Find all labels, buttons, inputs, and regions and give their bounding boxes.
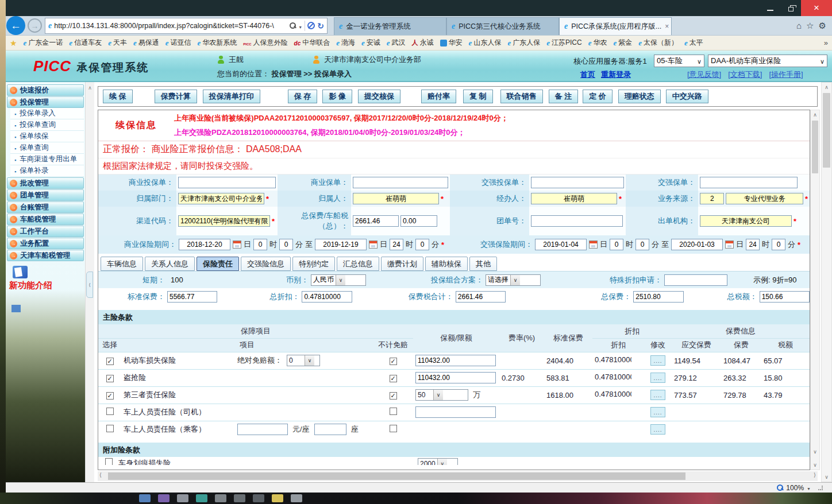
commercial-policy-input[interactable] — [353, 177, 448, 188]
start-hour-input[interactable] — [253, 239, 267, 250]
commercial-end-date-input[interactable] — [315, 239, 367, 250]
taskbar-icon[interactable] — [291, 494, 302, 502]
bookmark[interactable]: 太保（新） — [638, 38, 678, 48]
zoom-dropdown-icon[interactable] — [807, 484, 811, 492]
select-checkbox[interactable] — [105, 458, 113, 465]
feedback-link[interactable]: [意见反馈] — [687, 69, 721, 80]
source-name-input[interactable] — [726, 193, 803, 204]
scroll-up-icon[interactable] — [86, 85, 94, 91]
modify-button[interactable]: .... — [650, 407, 665, 417]
bookmark[interactable]: 渤海 — [336, 38, 355, 48]
pricing-button[interactable]: 定 价 — [583, 90, 613, 103]
handler-input[interactable] — [531, 193, 617, 204]
select-checkbox[interactable] — [106, 408, 114, 415]
taskbar-icon[interactable] — [215, 494, 226, 502]
deductible-select[interactable]: 0 — [287, 355, 320, 366]
group-policy-input[interactable] — [531, 215, 623, 227]
taskbar-icon[interactable] — [234, 494, 245, 502]
end-minute-input[interactable] — [415, 239, 429, 250]
sidebar-item-endorsement[interactable]: 批改管理 — [7, 177, 84, 189]
bookmark[interactable]: 紫金 — [613, 38, 632, 48]
server-select[interactable]: 05-车险 — [654, 55, 704, 67]
bookmark[interactable]: 江苏PICC — [546, 38, 581, 48]
department-input[interactable] — [178, 193, 264, 204]
manual-link[interactable]: [操作手册] — [769, 69, 803, 80]
amount-input[interactable] — [415, 355, 496, 366]
modify-button[interactable]: .... — [650, 373, 665, 383]
image-button[interactable]: 影 像 — [322, 90, 352, 103]
start-minute-input[interactable] — [279, 239, 293, 250]
tab-special-agreement[interactable]: 特别约定 — [292, 257, 335, 271]
new-feature-link[interactable]: 新功能介绍 — [9, 280, 85, 291]
bookmark[interactable]: 天丰 — [108, 38, 127, 48]
no-deduct-checkbox[interactable] — [390, 425, 397, 432]
back-button[interactable] — [6, 16, 25, 35]
calendar-icon[interactable] — [369, 241, 378, 249]
gear-icon[interactable] — [819, 21, 826, 31]
no-deduct-checkbox[interactable]: ✓ — [390, 392, 397, 400]
scroll-left-icon[interactable] — [99, 472, 102, 478]
sidebar-collapse-handle[interactable] — [86, 272, 93, 298]
tab-compulsory-info[interactable]: 交强险信息 — [241, 257, 291, 271]
sidebar-item-dealer-channel[interactable]: 车商渠道专用出单 — [10, 154, 84, 165]
modify-button[interactable]: .... — [650, 390, 665, 400]
loss-ratio-button[interactable]: 赔付率 — [421, 90, 456, 103]
no-deduct-checkbox[interactable]: ✓ — [390, 375, 397, 382]
calendar-icon[interactable] — [725, 241, 734, 249]
tab-vehicle-info[interactable]: 车辆信息 — [101, 257, 143, 271]
taskbar-icon[interactable] — [158, 494, 170, 502]
bookmark[interactable]: 诺亚信 — [165, 38, 191, 48]
commercial-start-date-input[interactable] — [179, 239, 230, 250]
bookmark[interactable]: 太平 — [684, 38, 703, 48]
bookmark[interactable]: 信通车友 — [69, 38, 102, 48]
tab-payment-plan[interactable]: 缴费计划 — [381, 257, 423, 271]
bookmark[interactable]: 人保意外险 — [243, 38, 287, 48]
bookmark[interactable]: 广东金一诺 — [24, 38, 63, 48]
bookmark[interactable]: 武汉 — [387, 38, 406, 48]
tab-close-icon[interactable] — [665, 22, 669, 30]
joint-sale-button[interactable]: 联合销售 — [500, 90, 543, 103]
sidebar-item-policy-search[interactable]: 保单查询 — [10, 142, 84, 154]
per-seat-amount-input[interactable] — [237, 424, 288, 435]
sidebar-item-policy-mgmt[interactable]: 投保管理 — [7, 96, 84, 108]
sidebar-item-policy-query[interactable]: 投保单查询 — [10, 119, 84, 131]
save-button[interactable]: 保 存 — [288, 90, 318, 103]
start-hour-input[interactable] — [610, 239, 623, 250]
bookmark[interactable]: 华安 — [440, 38, 463, 48]
compulsory-application-input[interactable] — [531, 177, 624, 188]
scrollbar-thumb[interactable] — [108, 472, 685, 480]
sidebar-item-ledger[interactable]: 台账管理 — [7, 201, 84, 213]
plan-select[interactable]: 请选择 — [486, 274, 541, 286]
scroll-up-icon[interactable] — [822, 84, 831, 90]
modify-button[interactable]: .... — [650, 355, 665, 366]
total-discount-input[interactable] — [302, 291, 352, 303]
scrollbar-thumb[interactable] — [812, 121, 818, 173]
scroll-up-icon[interactable] — [811, 112, 819, 118]
calendar-icon[interactable] — [589, 241, 598, 249]
amount-input[interactable] — [415, 372, 496, 383]
seat-count-input[interactable] — [314, 424, 346, 435]
scroll-right-icon[interactable] — [814, 472, 816, 478]
compulsory-policy-input[interactable] — [700, 177, 798, 188]
favorites-star-icon[interactable] — [10, 38, 17, 48]
sidebar-item-tianjin-tax[interactable]: 天津车船税管理 — [7, 250, 84, 261]
channel-code-input[interactable] — [178, 215, 270, 227]
bookmark[interactable]: 华农 — [588, 38, 607, 48]
source-code-input[interactable] — [700, 193, 724, 204]
bookmark[interactable]: 广东人保 — [507, 38, 540, 48]
owner-input[interactable] — [353, 193, 439, 204]
total-premium-input[interactable] — [353, 215, 399, 227]
bookmark[interactable]: 中华联合 — [294, 38, 330, 48]
end-hour-input[interactable] — [746, 239, 760, 250]
end-hour-input[interactable] — [390, 239, 403, 250]
tab-other[interactable]: 其他 — [469, 257, 497, 271]
relogin-link[interactable]: 重新登录 — [601, 69, 631, 80]
bookmark[interactable]: 华农新系统 — [197, 38, 237, 48]
sidebar-item-policy-renew[interactable]: 保单续保 — [10, 131, 84, 142]
premium-tax-total-input[interactable] — [456, 291, 506, 303]
remark-button[interactable]: 备 注 — [549, 90, 579, 103]
scroll-down-icon[interactable] — [811, 449, 819, 455]
address-bar[interactable]: http://10.134.131.48:8000/prpall/index.j… — [45, 18, 328, 34]
download-link[interactable]: [文档下载] — [728, 69, 762, 80]
browser-tab-2[interactable]: PICC第三代核心业务系统 — [446, 17, 559, 35]
